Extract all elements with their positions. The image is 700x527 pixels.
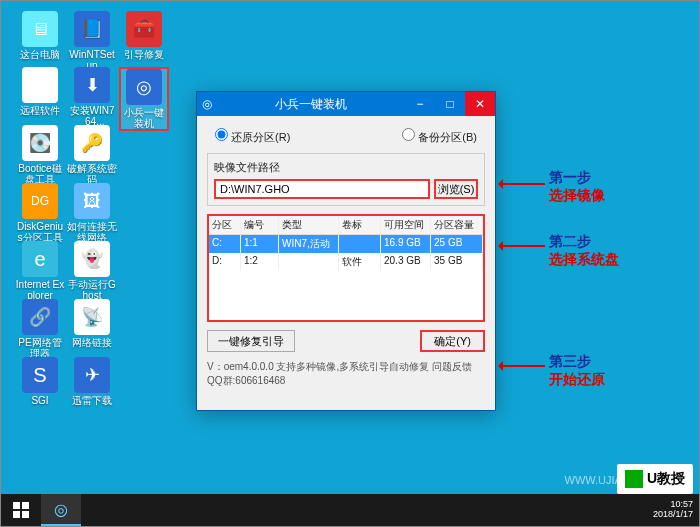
path-label: 映像文件路径 [214,160,478,175]
desktop-icon[interactable]: 🔑破解系统密码 [67,125,117,185]
column-header[interactable]: 类型 [279,216,339,234]
desktop-icon[interactable]: eInternet Explorer [15,241,65,301]
app-icon: ◎ [197,97,217,111]
brand-logo: U教授 [617,464,693,494]
desktop-icon[interactable]: 🖥这台电脑 [15,11,65,60]
desktop-icon[interactable]: 🧰引导修复 [119,11,169,60]
desktop-icon[interactable]: 🖼如何连接无线网络 [67,183,117,243]
app-window: ◎ 小兵一键装机 − □ ✕ 还原分区(R) 备份分区(B) 映像文件路径 浏览… [196,91,496,411]
minimize-button[interactable]: − [405,92,435,116]
restore-radio[interactable]: 还原分区(R) [215,128,290,145]
column-header[interactable]: 可用空间 [381,216,431,234]
desktop-icon[interactable]: ◎小兵一键装机 [119,67,169,131]
version-info: V：oem4.0.0.0 支持多种镜像,多系统引导自动修复 问题反馈QQ群:60… [207,360,485,388]
annotation: 第一步选择镜像 [549,169,605,205]
desktop-icon[interactable]: 👻手动运行Ghost [67,241,117,301]
desktop-icon[interactable]: 🖵远程软件 [15,67,65,116]
browse-button[interactable]: 浏览(S) [434,179,478,199]
svg-rect-0 [13,502,20,509]
desktop-icon[interactable]: SSGI [15,357,65,406]
taskbar-app[interactable]: ◎ [41,494,81,526]
backup-radio[interactable]: 备份分区(B) [402,128,477,145]
desktop-icon[interactable]: ✈迅雷下载 [67,357,117,406]
column-header[interactable]: 编号 [241,216,279,234]
desktop-icon[interactable]: ⬇安装WIN7_64... [67,67,117,127]
ok-button[interactable]: 确定(Y) [420,330,485,352]
svg-rect-1 [22,502,29,509]
desktop-icon[interactable]: 💽Bootice磁盘工具 [15,125,65,185]
repair-boot-button[interactable]: 一键修复引导 [207,330,295,352]
column-header[interactable]: 卷标 [339,216,381,234]
window-title: 小兵一键装机 [217,96,405,113]
column-header[interactable]: 分区 [209,216,241,234]
table-row[interactable]: C:1:1WIN7,活动16.9 GB25 GB [209,235,483,253]
desktop-icon[interactable]: 🔗PE网络管理器 [15,299,65,359]
close-button[interactable]: ✕ [465,92,495,116]
desktop-icon[interactable]: DGDiskGenius分区工具 [15,183,65,243]
annotation: 第二步选择系统盘 [549,233,619,269]
column-header[interactable]: 分区容量 [431,216,483,234]
taskbar: ◎ 10:572018/1/17 [1,494,699,526]
arrow-icon [499,245,545,247]
image-path-input[interactable] [214,179,430,199]
desktop-icon[interactable]: 📡网络链接 [67,299,117,348]
svg-rect-3 [22,511,29,518]
maximize-button[interactable]: □ [435,92,465,116]
system-tray[interactable]: 10:572018/1/17 [653,500,699,520]
arrow-icon [499,183,545,185]
table-row[interactable]: D:1:2软件20.3 GB35 GB [209,253,483,271]
arrow-icon [499,365,545,367]
annotation: 第三步开始还原 [549,353,605,389]
svg-rect-2 [13,511,20,518]
partition-table[interactable]: 分区编号类型卷标可用空间分区容量 C:1:1WIN7,活动16.9 GB25 G… [207,214,485,322]
titlebar[interactable]: ◎ 小兵一键装机 − □ ✕ [197,92,495,116]
desktop-icon[interactable]: 📘WinNTSetup [67,11,117,71]
start-button[interactable] [1,494,41,526]
